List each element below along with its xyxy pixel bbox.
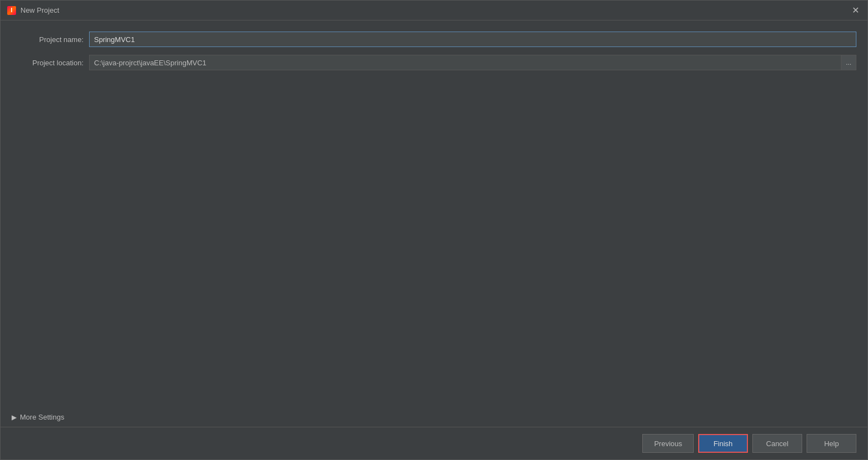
more-settings-section: ▶ More Settings <box>1 407 867 427</box>
project-location-field: ... <box>89 55 856 70</box>
intellij-logo: I <box>7 6 16 15</box>
title-bar-left: I New Project <box>7 6 59 15</box>
dialog-footer: Previous Finish Cancel Help <box>1 427 867 459</box>
previous-button[interactable]: Previous <box>642 434 694 453</box>
project-location-input[interactable] <box>89 55 841 70</box>
finish-button[interactable]: Finish <box>698 434 748 453</box>
project-name-input[interactable] <box>89 32 856 47</box>
browse-button[interactable]: ... <box>841 55 856 70</box>
app-icon: I <box>7 6 16 15</box>
project-location-row: Project location: ... <box>12 55 856 70</box>
dialog-content: Project name: Project location: ... <box>1 20 867 407</box>
new-project-dialog: I New Project ✕ Project name: Project lo… <box>0 0 868 460</box>
dialog-title: New Project <box>20 6 59 14</box>
more-settings-label[interactable]: More Settings <box>20 413 64 421</box>
more-settings-arrow[interactable]: ▶ <box>12 414 17 421</box>
project-location-label: Project location: <box>12 59 89 67</box>
help-button[interactable]: Help <box>807 434 856 453</box>
close-button[interactable]: ✕ <box>850 5 861 16</box>
project-name-row: Project name: <box>12 32 856 47</box>
content-spacer <box>12 78 856 407</box>
title-bar: I New Project ✕ <box>1 1 867 20</box>
project-name-label: Project name: <box>12 35 89 44</box>
cancel-button[interactable]: Cancel <box>752 434 802 453</box>
